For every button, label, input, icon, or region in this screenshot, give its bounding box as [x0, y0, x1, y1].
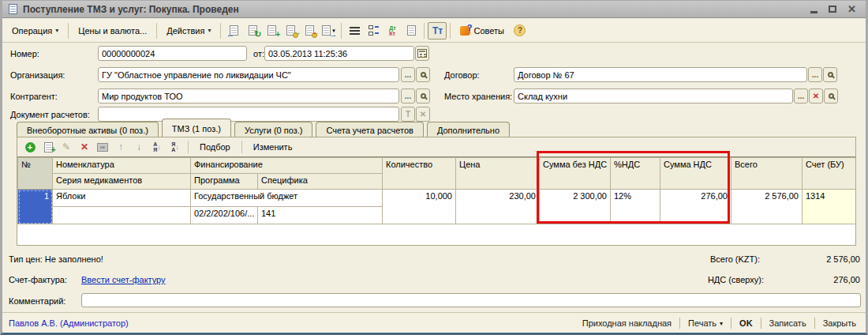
- prices-currency-button[interactable]: Цены и валюта...: [72, 23, 153, 39]
- pick-button[interactable]: Подбор: [193, 141, 237, 153]
- vat-pct-cell[interactable]: 12%: [611, 190, 660, 224]
- specifics-cell[interactable]: 141: [258, 207, 383, 224]
- counterparty-select-button[interactable]: ...: [401, 88, 415, 104]
- save-button[interactable]: Записать: [766, 317, 810, 329]
- series-cell[interactable]: [53, 207, 191, 224]
- print-button[interactable]: Печать ▾: [685, 317, 726, 329]
- col-header-account[interactable]: Счет (БУ): [803, 158, 856, 190]
- actions-button[interactable]: Действия ▾: [160, 23, 217, 39]
- arrow-down-icon: ↓: [137, 141, 141, 152]
- reread-button[interactable]: ←: [224, 22, 243, 40]
- list-settings-button[interactable]: [364, 22, 383, 40]
- table-row[interactable]: 1 Яблоки Государственный бюджет 10,000 2…: [18, 190, 856, 207]
- col-header-specifics[interactable]: Специфика: [258, 174, 383, 190]
- close-icon[interactable]: ✕: [847, 4, 856, 14]
- refresh-button[interactable]: ↻: [243, 22, 262, 40]
- incoming-invoice-button[interactable]: Приходная накладная: [579, 317, 675, 329]
- help-button[interactable]: ?: [511, 22, 529, 40]
- vat-sum-cell[interactable]: 276,00: [660, 190, 731, 224]
- col-header-quantity[interactable]: Количество: [383, 158, 456, 190]
- financing-cell[interactable]: Государственный бюджет: [191, 190, 383, 207]
- contract-field[interactable]: [514, 67, 807, 82]
- col-header-vat-sum[interactable]: Сумма НДС: [660, 158, 731, 190]
- col-header-financing[interactable]: Финансирование: [191, 158, 383, 174]
- col-header-program[interactable]: Программа: [191, 174, 258, 190]
- organization-field[interactable]: [98, 67, 399, 82]
- end-edit-icon: ок: [97, 143, 108, 152]
- add-row-button[interactable]: +: [22, 140, 38, 154]
- copy-button[interactable]: +: [262, 22, 281, 40]
- tab-noncurrent-assets[interactable]: Внеоборотные активы (0 поз.): [17, 122, 159, 137]
- total-cell[interactable]: 2 576,00: [731, 190, 803, 224]
- close-button[interactable]: Закрыть: [820, 317, 859, 329]
- warehouse-open-button[interactable]: [824, 88, 838, 104]
- chevron-down-icon: ▾: [720, 320, 723, 327]
- col-header-series[interactable]: Серия медикаментов: [53, 174, 191, 190]
- post-button[interactable]: →: [281, 22, 300, 40]
- counterparty-field[interactable]: [98, 88, 399, 104]
- move-down-button[interactable]: ↓: [131, 140, 147, 154]
- contract-select-button[interactable]: ...: [808, 67, 822, 82]
- change-button[interactable]: Изменить: [247, 141, 299, 153]
- description-toggle-button[interactable]: Тт: [428, 22, 447, 40]
- calendar-button[interactable]: [415, 46, 429, 61]
- col-header-sum-wo-vat[interactable]: Сумма без НДС: [540, 158, 611, 190]
- tips-book-icon: [460, 26, 470, 36]
- operation-button[interactable]: Операция ▾: [6, 23, 65, 39]
- quantity-cell[interactable]: 10,000: [383, 190, 456, 224]
- maximize-icon[interactable]: [829, 6, 836, 13]
- vat-on-top-label: НДС (сверху):: [681, 275, 764, 284]
- program-cell[interactable]: 02/2/202/106/...: [191, 207, 258, 224]
- price-cell[interactable]: 230,00: [456, 190, 540, 224]
- warehouse-clear-button[interactable]: ✕: [809, 88, 823, 104]
- organization-open-button[interactable]: [416, 67, 430, 82]
- move-up-button[interactable]: ↑: [113, 140, 129, 154]
- list-structure-button[interactable]: [345, 22, 364, 40]
- warehouse-field[interactable]: [514, 88, 793, 104]
- col-header-vat-pct[interactable]: %НДС: [611, 158, 660, 190]
- number-field[interactable]: [98, 46, 247, 61]
- date-field[interactable]: [264, 46, 414, 61]
- account-cell[interactable]: 1314: [803, 190, 856, 224]
- show-postings-button[interactable]: ДтКт: [383, 22, 402, 40]
- tab-services[interactable]: Услуги (0 поз.): [234, 122, 312, 137]
- price-type-status: Тип цен: Не заполнено!: [9, 254, 103, 264]
- organization-label: Организация:: [10, 70, 65, 80]
- warehouse-select-button[interactable]: ...: [794, 88, 808, 104]
- organization-select-button[interactable]: ...: [401, 67, 415, 82]
- contract-open-button[interactable]: [823, 67, 837, 82]
- col-header-num[interactable]: №: [18, 158, 53, 190]
- tab-settlement-accounts[interactable]: Счета учета расчетов: [316, 122, 423, 137]
- document-icon: [9, 4, 17, 14]
- col-header-total[interactable]: Всего: [731, 158, 803, 190]
- copy-row-button[interactable]: +: [40, 140, 56, 154]
- tab-additional[interactable]: Дополнительно: [427, 122, 510, 137]
- comment-field[interactable]: [81, 293, 861, 307]
- nomenclature-cell[interactable]: Яблоки: [53, 190, 191, 207]
- arrow-up-icon: ↑: [118, 141, 123, 152]
- settlement-doc-label: Документ расчетов:: [10, 110, 90, 119]
- report-button[interactable]: [402, 22, 421, 40]
- end-edit-button[interactable]: ок: [95, 140, 110, 154]
- sort-desc-button[interactable]: ЯА ↓: [167, 140, 183, 154]
- counterparty-open-button[interactable]: [416, 88, 430, 104]
- col-header-price[interactable]: Цена: [456, 158, 540, 190]
- dt-kt-icon: ДтКт: [389, 25, 395, 36]
- row-number-cell[interactable]: 1: [18, 190, 53, 224]
- enter-invoice-link[interactable]: Ввести счет-фактуру: [81, 275, 166, 284]
- minimize-icon[interactable]: [810, 11, 817, 13]
- sort-asc-button[interactable]: АЯ ↓: [149, 140, 165, 154]
- delete-row-button[interactable]: ✕: [77, 140, 92, 154]
- document-window: Поступление ТМЗ и услуг: Покупка. Провед…: [0, 0, 868, 335]
- total-kzt-label: Всего (KZT):: [681, 254, 760, 264]
- col-header-nomenclature[interactable]: Номенклатура: [53, 158, 191, 174]
- tab-tmz[interactable]: ТМЗ (1 поз.): [162, 119, 231, 137]
- sum-wo-vat-cell[interactable]: 2 300,00: [540, 190, 611, 224]
- unpost-button[interactable]: ←: [300, 22, 319, 40]
- tips-button[interactable]: Советы: [454, 23, 510, 39]
- current-user: Павлов А.В. (Администратор): [9, 318, 129, 328]
- ok-button[interactable]: OK: [736, 317, 756, 329]
- goto-button[interactable]: → ▾: [319, 22, 338, 40]
- main-toolbar: Операция ▾ Цены и валюта... Действия ▾ ←…: [2, 19, 866, 43]
- edit-row-button[interactable]: ✎: [58, 140, 74, 154]
